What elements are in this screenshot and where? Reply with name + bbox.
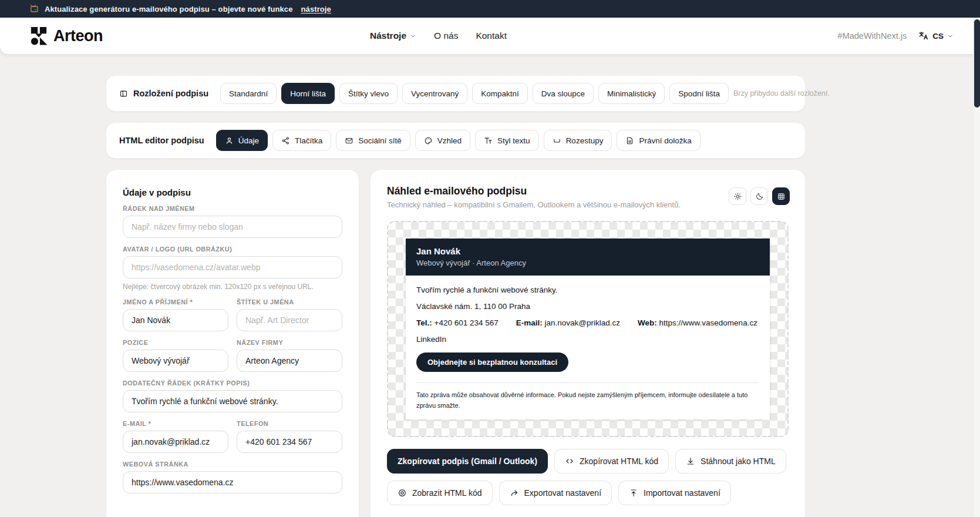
tab-vzhled[interactable]: Vzhled: [415, 130, 470, 151]
layout-option-kompaktni[interactable]: Kompaktní: [472, 83, 528, 104]
sun-icon: [733, 192, 742, 201]
palette-icon: [424, 136, 433, 145]
page-scrollbar[interactable]: [973, 0, 980, 517]
text-style-icon: [484, 136, 493, 145]
signature-contacts: Tel.: +420 601 234 567 E-mail: jan.novak…: [416, 318, 759, 327]
layout-option-minimalisticky[interactable]: Minimalistický: [598, 83, 665, 104]
export-settings-button[interactable]: Exportovat nastavení: [499, 481, 612, 505]
signature-disclaimer: Tato zpráva může obsahovat důvěrné infor…: [416, 390, 759, 411]
download-icon: [686, 456, 695, 466]
banner-message: Aktualizace generátoru e-mailového podpi…: [45, 5, 293, 14]
company-input[interactable]: [237, 350, 342, 372]
signature-tagline: Tvořím rychlé a funkční webové stránky.: [416, 286, 759, 294]
export-icon: [510, 488, 519, 498]
extra-line-input[interactable]: [123, 390, 342, 412]
arteon-logo-icon: [30, 26, 48, 46]
tab-socialni-site[interactable]: Sociální sítě: [336, 130, 410, 151]
signature-role-line: Webový vývojář · Arteon Agency: [416, 258, 759, 267]
layout-note: Brzy přibydou další rozložení.: [733, 89, 830, 98]
layout-option-vycentrovany[interactable]: Vycentrovaný: [402, 83, 467, 104]
signature-email: E-mail: jan.novak@priklad.cz: [516, 318, 620, 327]
share-nodes-icon: [281, 136, 290, 145]
moon-icon: [755, 192, 764, 201]
signature-preview-panel: Náhled e-mailového podpisu Technický náh…: [370, 169, 806, 517]
website-input[interactable]: [123, 471, 342, 494]
layout-bar-label: Rozložení podpisu: [119, 89, 208, 98]
field-label-name: JMÉNO A PŘÍJMENÍ *: [123, 298, 228, 306]
layout-option-dva-sloupce[interactable]: Dva sloupce: [533, 83, 594, 104]
tab-styl-textu[interactable]: Styl textu: [475, 130, 539, 151]
brand-logo[interactable]: Arteon: [30, 26, 103, 46]
tab-udaje[interactable]: Údaje: [216, 130, 268, 151]
site-header: Arteon Nástroje O nás Kontakt #MadeWithN…: [0, 18, 980, 54]
editor-tabs-bar: HTML editor podpisu Údaje Tlačítka Sociá…: [106, 122, 806, 159]
signature-body: Tvořím rychlé a funkční webové stránky. …: [406, 276, 770, 419]
field-label-email: E-MAIL *: [123, 420, 228, 427]
layout-option-stitky-vlevo[interactable]: Štítky vlevo: [339, 83, 398, 104]
signature-data-panel: Údaje v podpisu ŘÁDEK NAD JMÉNEM AVATAR …: [106, 169, 359, 517]
signature-address: Václavské nám. 1, 110 00 Praha: [416, 302, 759, 311]
line-above-input[interactable]: [123, 216, 342, 238]
signature-preview-zone: Jan Novák Webový vývojář · Arteon Agency…: [387, 221, 789, 437]
email-input[interactable]: [123, 431, 228, 453]
nav-item-o-nas[interactable]: O nás: [434, 31, 458, 41]
signature-divider: [416, 382, 759, 383]
field-label-avatar: AVATAR / LOGO (URL OBRÁZKU): [123, 246, 342, 253]
copy-signature-button[interactable]: Zkopírovat podpis (Gmail / Outlook): [387, 449, 548, 474]
signature-card: Jan Novák Webový vývojář · Arteon Agency…: [406, 239, 770, 419]
code-icon: [565, 456, 574, 466]
layout-option-standardni[interactable]: Standardní: [220, 83, 277, 104]
field-label-line-above: ŘÁDEK NAD JMÉNEM: [123, 205, 342, 212]
name-input[interactable]: [123, 309, 228, 331]
nav-item-kontakt[interactable]: Kontakt: [476, 31, 507, 41]
signature-header: Jan Novák Webový vývojář · Arteon Agency: [406, 239, 770, 276]
made-with-badge: #MadeWithNext.js: [838, 31, 907, 41]
target-icon: [398, 488, 407, 498]
layout-icon: [119, 89, 128, 98]
grid-mode-button[interactable]: [772, 187, 790, 205]
translate-icon: [918, 31, 929, 41]
light-mode-button[interactable]: [729, 187, 746, 205]
phone-input[interactable]: [237, 431, 342, 453]
document-icon: [625, 136, 634, 145]
language-code: CS: [932, 32, 944, 41]
download-html-button[interactable]: Stáhnout jako HTML: [675, 449, 786, 474]
copy-html-button[interactable]: Zkopírovat HTML kód: [554, 449, 669, 474]
avatar-help-text: Nejlépe: čtvercový obrázek min. 120x120 …: [123, 283, 342, 291]
field-label-extra-line: DODATEČNÝ ŘÁDEK (KRÁTKÝ POPIS): [123, 380, 342, 387]
layout-option-spodni-lista[interactable]: Spodní lišta: [669, 83, 729, 104]
dark-mode-button[interactable]: [750, 187, 768, 205]
signature-name: Jan Novák: [416, 246, 759, 256]
tab-pravni-dolozka[interactable]: Právní doložka: [617, 130, 700, 151]
form-title: Údaje v podpisu: [123, 187, 342, 197]
field-label-company: NÁZEV FIRMY: [237, 339, 342, 346]
field-label-position: POZICE: [123, 339, 228, 346]
chevron-down-icon: [410, 33, 416, 39]
layout-option-horni-lista[interactable]: Horní lišta: [281, 83, 335, 104]
chevron-down-icon: [947, 33, 954, 39]
banner-link[interactable]: nástroje: [301, 5, 331, 14]
tab-tlacitka[interactable]: Tlačítka: [272, 130, 331, 151]
scrollbar-thumb[interactable]: [974, 19, 980, 108]
position-input[interactable]: [123, 350, 228, 372]
signature-cta-button[interactable]: Objednejte si bezplatnou konzultaci: [416, 352, 568, 372]
page-content: Rozložení podpisu Standardní Horní lišta…: [106, 75, 806, 517]
tab-rozestupy[interactable]: Rozestupy: [544, 130, 612, 151]
header-right: #MadeWithNext.js CS: [838, 18, 954, 54]
secondary-actions-row: Zobrazit HTML kód Exportovat nastavení I…: [387, 481, 789, 505]
field-label-name-tag: ŠTÍTEK U JMÉNA: [237, 298, 342, 306]
announcement-banner: Aktualizace generátoru e-mailového podpi…: [0, 0, 980, 18]
language-selector[interactable]: CS: [918, 31, 954, 41]
signature-linkedin-link[interactable]: LinkedIn: [416, 335, 759, 344]
nav-item-nastroje[interactable]: Nástroje: [370, 31, 416, 41]
import-settings-button[interactable]: Importovat nastavení: [618, 481, 731, 505]
preview-mode-toggle: [729, 187, 790, 205]
user-icon: [225, 136, 234, 145]
import-icon: [629, 488, 638, 498]
avatar-url-input[interactable]: [123, 256, 342, 278]
name-tag-input[interactable]: [237, 309, 342, 331]
field-label-website: WEBOVÁ STRÁNKA: [123, 461, 342, 468]
show-html-button[interactable]: Zobrazit HTML kód: [387, 481, 493, 505]
signature-phone: Tel.: +420 601 234 567: [416, 318, 499, 327]
main-columns: Údaje v podpisu ŘÁDEK NAD JMÉNEM AVATAR …: [106, 169, 806, 517]
